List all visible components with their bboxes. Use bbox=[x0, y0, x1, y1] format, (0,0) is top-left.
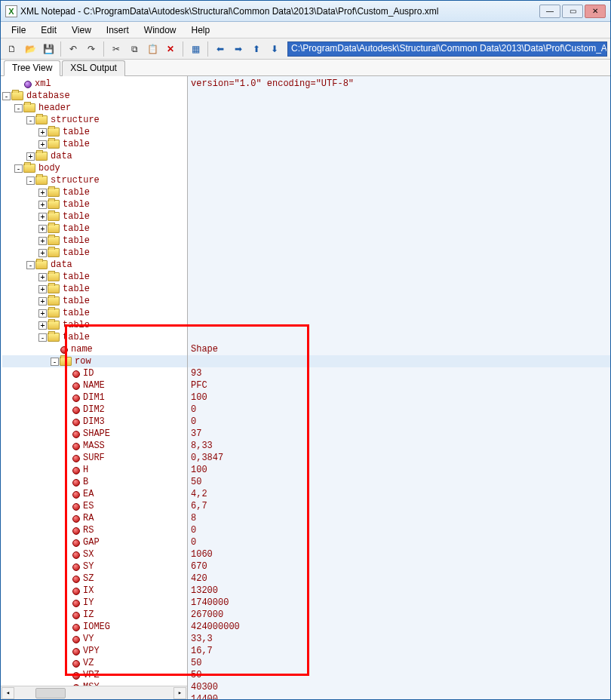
node-body-structure-table[interactable]: +table bbox=[2, 210, 187, 223]
attr-dim1[interactable]: DIM1 bbox=[2, 391, 187, 404]
attr-iomeg[interactable]: IOMEG bbox=[2, 621, 187, 633]
value-cell[interactable]: 37 bbox=[188, 428, 610, 440]
node-body-data-table[interactable]: +table bbox=[2, 283, 187, 295]
menu-file[interactable]: File bbox=[4, 23, 33, 37]
collapse-icon[interactable]: - bbox=[51, 358, 59, 366]
value-cell[interactable]: 13200 bbox=[188, 585, 610, 597]
attr-shape[interactable]: SHAPE bbox=[2, 428, 187, 440]
node-xml-decl[interactable]: xml bbox=[2, 78, 187, 90]
value-cell[interactable] bbox=[188, 162, 610, 174]
node-row[interactable]: -row bbox=[2, 355, 187, 367]
nudge-right-button[interactable]: ➡ bbox=[230, 41, 247, 57]
expand-icon[interactable]: + bbox=[38, 213, 47, 221]
value-cell[interactable] bbox=[188, 223, 610, 235]
value-cell[interactable]: 93 bbox=[188, 367, 610, 379]
node-body-data-table[interactable]: +table bbox=[2, 307, 187, 319]
nudge-up-button[interactable]: ⬆ bbox=[248, 41, 265, 57]
minimize-button[interactable]: — bbox=[539, 5, 560, 18]
tree-scroll[interactable]: xml-database-header-structure+table+tabl… bbox=[1, 76, 187, 686]
attr-vz[interactable]: VZ bbox=[2, 657, 187, 669]
save-button[interactable]: 💾 bbox=[40, 41, 57, 57]
attr-mass[interactable]: MASS bbox=[2, 440, 187, 452]
value-cell[interactable] bbox=[188, 138, 610, 150]
node-header-data[interactable]: +data bbox=[2, 150, 187, 162]
paste-button[interactable]: 📋 bbox=[144, 41, 161, 57]
nudge-left-button[interactable]: ⬅ bbox=[212, 41, 229, 57]
collapse-icon[interactable]: - bbox=[14, 164, 23, 173]
value-cell[interactable] bbox=[188, 271, 610, 283]
menu-help[interactable]: Help bbox=[184, 23, 218, 37]
value-cell[interactable] bbox=[188, 198, 610, 210]
expand-icon[interactable]: + bbox=[38, 309, 47, 318]
value-cell[interactable]: 16,7 bbox=[188, 645, 610, 657]
expand-icon[interactable]: + bbox=[38, 297, 47, 305]
value-cell[interactable]: 0 bbox=[188, 524, 610, 536]
value-cell[interactable]: 0,3847 bbox=[188, 452, 610, 464]
value-cell[interactable]: 50 bbox=[188, 476, 610, 488]
attr-ix[interactable]: IX bbox=[2, 585, 187, 597]
attr-name[interactable]: NAME bbox=[2, 379, 187, 391]
new-button[interactable]: 🗋 bbox=[4, 41, 20, 57]
scroll-left-arrow[interactable]: ◂ bbox=[2, 687, 14, 699]
expand-icon[interactable]: + bbox=[38, 225, 47, 233]
value-cell[interactable]: 50 bbox=[188, 669, 610, 681]
attr-ra[interactable]: RA bbox=[2, 512, 187, 524]
value-cell[interactable] bbox=[188, 102, 610, 114]
node-body-structure-table[interactable]: +table bbox=[2, 223, 187, 235]
value-cell[interactable]: 420 bbox=[188, 573, 610, 585]
menu-window[interactable]: Window bbox=[137, 23, 184, 37]
value-cell[interactable] bbox=[188, 210, 610, 223]
close-button[interactable]: ✕ bbox=[585, 5, 606, 18]
node-header-structure[interactable]: -structure bbox=[2, 114, 187, 126]
maximize-button[interactable]: ▭ bbox=[562, 5, 583, 18]
attr-sy[interactable]: SY bbox=[2, 560, 187, 573]
value-cell[interactable]: 50 bbox=[188, 657, 610, 669]
expand-icon[interactable]: + bbox=[38, 189, 47, 197]
open-button[interactable]: 📂 bbox=[22, 41, 38, 57]
value-cell[interactable] bbox=[188, 295, 610, 307]
delete-button[interactable]: ✕ bbox=[162, 41, 179, 57]
value-cell[interactable] bbox=[188, 150, 610, 162]
attr-vpz[interactable]: VPZ bbox=[2, 669, 187, 681]
expand-icon[interactable]: + bbox=[26, 152, 35, 161]
node-body[interactable]: -body bbox=[2, 162, 187, 174]
value-cell[interactable] bbox=[188, 90, 610, 102]
expand-icon[interactable]: + bbox=[38, 321, 47, 330]
menu-view[interactable]: View bbox=[64, 23, 99, 37]
value-cell[interactable]: 33,3 bbox=[188, 633, 610, 645]
node-header-structure-table[interactable]: +table bbox=[2, 138, 187, 150]
value-cell[interactable] bbox=[188, 235, 610, 247]
value-cell[interactable] bbox=[188, 355, 610, 367]
value-cell[interactable]: 267000 bbox=[188, 609, 610, 621]
node-header-structure-table[interactable]: +table bbox=[2, 126, 187, 138]
undo-button[interactable]: ↶ bbox=[65, 41, 81, 57]
value-cell[interactable]: 0 bbox=[188, 404, 610, 416]
node-body-structure-table[interactable]: +table bbox=[2, 247, 187, 259]
copy-button[interactable]: ⧉ bbox=[126, 41, 143, 57]
expand-icon[interactable]: + bbox=[38, 237, 47, 245]
value-cell[interactable] bbox=[188, 174, 610, 186]
collapse-icon[interactable]: - bbox=[38, 333, 47, 342]
collapse-icon[interactable]: - bbox=[2, 92, 11, 100]
node-body-data-table[interactable]: +table bbox=[2, 319, 187, 331]
attr-vpy[interactable]: VPY bbox=[2, 645, 187, 657]
value-cell[interactable]: 1740000 bbox=[188, 597, 610, 609]
menu-edit[interactable]: Edit bbox=[33, 23, 64, 37]
attr-ea[interactable]: EA bbox=[2, 488, 187, 500]
expand-icon[interactable]: + bbox=[38, 249, 47, 257]
attr-iz[interactable]: IZ bbox=[2, 609, 187, 621]
value-cell[interactable]: version="1.0" encoding="UTF-8" bbox=[188, 78, 610, 90]
value-cell[interactable]: 100 bbox=[188, 464, 610, 476]
collapse-icon[interactable]: - bbox=[26, 177, 35, 185]
value-cell[interactable] bbox=[188, 331, 610, 343]
scroll-track[interactable] bbox=[14, 687, 173, 699]
value-cell[interactable]: PFC bbox=[188, 379, 610, 391]
node-body-structure[interactable]: -structure bbox=[2, 174, 187, 186]
attr-h[interactable]: H bbox=[2, 464, 187, 476]
attr-id[interactable]: ID bbox=[2, 367, 187, 379]
value-cell[interactable]: 4,2 bbox=[188, 488, 610, 500]
value-cell[interactable]: 40300 bbox=[188, 681, 610, 693]
value-cell[interactable]: Shape bbox=[188, 343, 610, 355]
value-cell[interactable]: 1060 bbox=[188, 548, 610, 560]
value-cell[interactable]: 424000000 bbox=[188, 621, 610, 633]
